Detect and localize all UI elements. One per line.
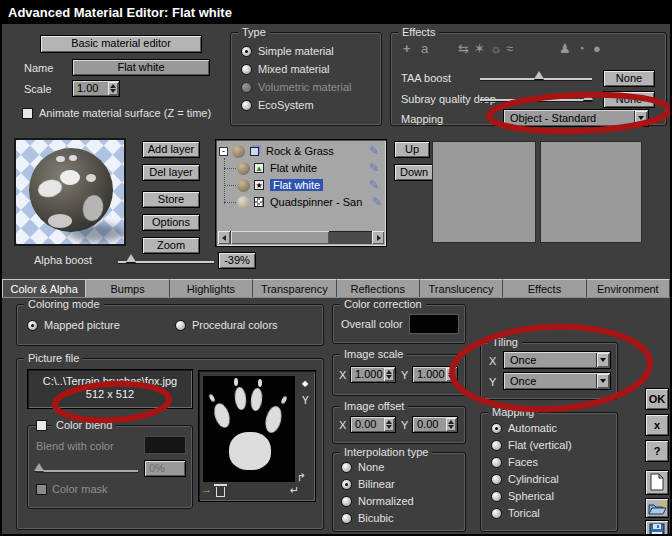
radio-procedural-colors[interactable] xyxy=(175,320,186,331)
open-file-button[interactable] xyxy=(645,498,669,518)
scroll-right-button[interactable] xyxy=(372,231,384,244)
tiling-y-dropdown-arrow[interactable] xyxy=(596,374,609,388)
tab-environment[interactable]: Environment xyxy=(587,279,670,298)
tab-reflections[interactable]: Reflections xyxy=(337,279,420,298)
taa-boost-slider-thumb[interactable] xyxy=(534,71,544,79)
radio-interp-normalized[interactable] xyxy=(341,496,352,507)
wave-icon[interactable]: ≈ xyxy=(506,42,513,56)
mapping-flat-label: Flat (vertical) xyxy=(508,439,572,452)
layer-row-root[interactable]: - Rock & Grass ✎ xyxy=(219,143,383,159)
radio-mapping-torical[interactable] xyxy=(491,508,502,519)
scale-field[interactable]: 1.00 xyxy=(72,80,120,97)
layer-up-button[interactable]: Up xyxy=(394,141,430,158)
rotate-arrow-icon[interactable]: ↱ xyxy=(297,471,306,484)
subray-slider[interactable] xyxy=(480,99,592,101)
layer-row[interactable]: Quadspinner - San ✎ xyxy=(237,194,383,210)
image-scale-x-value: 1.000 xyxy=(355,368,383,380)
save-file-button[interactable] xyxy=(645,520,669,536)
cancel-button[interactable]: x xyxy=(645,414,669,436)
radio-mapping-automatic[interactable] xyxy=(491,423,502,434)
radio-mapping-flat[interactable] xyxy=(491,440,502,451)
tab-translucency[interactable]: Translucency xyxy=(420,279,503,298)
subray-slider-thumb[interactable] xyxy=(583,92,593,100)
image-offset-x-field[interactable]: 0.00 xyxy=(350,416,396,433)
scrollbar-thumb[interactable] xyxy=(231,231,329,244)
picture-path-button[interactable]: C:\..\Terrain brushes\fox.jpg 512 x 512 xyxy=(27,369,193,409)
subray-none-button[interactable]: None xyxy=(603,91,655,108)
scale-value: 1.00 xyxy=(77,82,98,94)
layer-down-button[interactable]: Down xyxy=(394,164,434,181)
diamond-marker-icon[interactable]: ◆ xyxy=(302,379,308,388)
tiling-y-dropdown[interactable]: Once xyxy=(503,372,611,390)
mapping-dropdown[interactable]: Object - Standard xyxy=(503,109,649,127)
phase-icon[interactable]: ◔ xyxy=(577,42,585,56)
paw-print-image[interactable] xyxy=(203,376,295,482)
tab-effects[interactable]: Effects xyxy=(503,279,586,298)
image-offset-y-field[interactable]: 0.00 xyxy=(412,416,458,433)
move-icon[interactable]: + xyxy=(403,42,411,56)
layer-list[interactable]: - Rock & Grass ✎ ▲ Flat white ✎ ★ Flat w… xyxy=(215,139,387,247)
radio-mixed-material[interactable] xyxy=(241,64,252,75)
radio-mapping-faces[interactable] xyxy=(491,457,502,468)
radio-interp-bilinear[interactable] xyxy=(341,479,352,490)
tab-highlights[interactable]: Highlights xyxy=(170,279,253,298)
image-scale-x-field[interactable]: 1.000 xyxy=(350,366,396,383)
light-icon[interactable]: ☼ xyxy=(490,42,502,56)
image-scale-x-spinner[interactable] xyxy=(384,368,394,381)
radio-simple-material[interactable] xyxy=(241,46,252,57)
image-offset-x-spinner[interactable] xyxy=(384,418,394,431)
effects-group-title: Effects xyxy=(398,26,439,39)
animate-surface-checkbox[interactable] xyxy=(22,108,33,119)
collapse-icon[interactable]: - xyxy=(219,147,228,156)
trash-icon[interactable] xyxy=(216,487,225,497)
layer-list-scrollbar[interactable] xyxy=(218,231,384,244)
material-preview[interactable] xyxy=(14,138,126,246)
store-button[interactable]: Store xyxy=(142,191,200,208)
edit-pencil-icon[interactable]: ✎ xyxy=(369,161,379,175)
taa-boost-none-button[interactable]: None xyxy=(603,70,655,87)
scroll-left-button[interactable] xyxy=(218,231,230,244)
material-name-field[interactable]: Flat white xyxy=(72,59,210,76)
blend-color-swatch[interactable] xyxy=(144,436,186,454)
tab-transparency[interactable]: Transparency xyxy=(253,279,336,298)
tiling-y-label: Y xyxy=(489,376,496,389)
person-icon[interactable]: ♟ xyxy=(559,42,571,56)
edit-pencil-icon[interactable]: ✎ xyxy=(369,144,379,158)
image-scale-y-field[interactable]: 1.000 xyxy=(412,366,458,383)
flip-icon[interactable]: ⇆ xyxy=(458,42,469,56)
image-scale-y-spinner[interactable] xyxy=(446,368,456,381)
radio-mapping-cylindrical[interactable] xyxy=(491,474,502,485)
tab-color-alpha[interactable]: Color & Alpha xyxy=(2,279,86,298)
load-arrow-icon[interactable]: → xyxy=(201,483,212,495)
layer-row[interactable]: ▲ Flat white ✎ xyxy=(237,160,383,176)
radio-interp-none[interactable] xyxy=(341,462,352,473)
return-arrow-icon[interactable]: ↵ xyxy=(290,484,299,497)
help-button[interactable]: ? xyxy=(645,440,669,462)
radio-mapping-spherical[interactable] xyxy=(491,491,502,502)
color-blend-checkbox[interactable] xyxy=(36,420,47,431)
basic-material-editor-button[interactable]: Basic material editor xyxy=(40,35,202,53)
scale-spinner[interactable] xyxy=(108,82,118,95)
new-file-button[interactable] xyxy=(645,470,669,495)
sphere-icon[interactable]: ● xyxy=(593,42,601,56)
tiling-x-dropdown-arrow[interactable] xyxy=(596,353,609,367)
radio-mapped-picture[interactable] xyxy=(27,320,38,331)
radio-interp-bicubic[interactable] xyxy=(341,513,352,524)
overall-color-swatch[interactable] xyxy=(409,314,459,334)
image-offset-y-spinner[interactable] xyxy=(446,418,456,431)
zoom-button[interactable]: Zoom xyxy=(142,237,200,254)
tab-bumps[interactable]: Bumps xyxy=(86,279,169,298)
del-layer-button[interactable]: Del layer xyxy=(142,164,200,181)
text-icon[interactable]: a xyxy=(421,42,428,56)
edit-pencil-icon[interactable]: ✎ xyxy=(369,178,379,192)
add-layer-button[interactable]: Add layer xyxy=(142,141,200,158)
edit-pencil-icon[interactable]: ✎ xyxy=(372,195,382,209)
cross-icon[interactable]: ✶ xyxy=(474,42,485,56)
ok-button[interactable]: OK xyxy=(645,388,669,410)
mapping-dropdown-arrow[interactable] xyxy=(634,111,647,125)
layer-row-selected[interactable]: ★ Flat white ✎ xyxy=(237,177,383,193)
alpha-boost-slider-thumb[interactable] xyxy=(126,254,136,262)
options-button[interactable]: Options xyxy=(142,214,200,231)
radio-ecosystem[interactable] xyxy=(241,100,252,111)
tiling-x-dropdown[interactable]: Once xyxy=(503,351,611,369)
